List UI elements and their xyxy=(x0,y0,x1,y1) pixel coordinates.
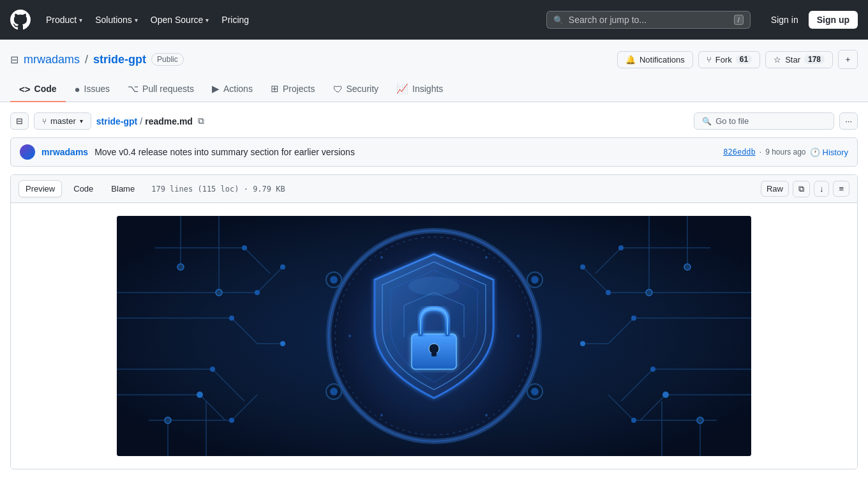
svg-point-81 xyxy=(485,414,488,416)
tab-code[interactable]: Code xyxy=(67,181,100,197)
hero-svg xyxy=(117,216,751,456)
tab-insights[interactable]: 📈 Insights xyxy=(387,77,452,102)
svg-point-55 xyxy=(684,264,691,270)
svg-point-41 xyxy=(650,367,655,372)
svg-point-44 xyxy=(662,392,669,398)
sign-in-button[interactable]: Sign in xyxy=(766,11,804,28)
svg-point-32 xyxy=(606,290,611,295)
notifications-button[interactable]: 🔔 Notifications xyxy=(617,51,693,68)
chevron-down-icon: ▾ xyxy=(206,17,209,24)
shield-icon: 🛡 xyxy=(333,84,343,95)
svg-point-29 xyxy=(165,417,171,423)
svg-point-79 xyxy=(485,256,488,259)
repo-name-link[interactable]: stride-gpt xyxy=(93,53,146,66)
fork-icon: ⑂ xyxy=(707,55,712,65)
auth-buttons: Sign in Sign up xyxy=(766,11,858,29)
copy-icon: ⧉ xyxy=(798,184,804,194)
copy-raw-button[interactable]: ⧉ xyxy=(793,181,810,197)
sign-up-button[interactable]: Sign up xyxy=(809,11,858,29)
issue-icon: ● xyxy=(75,84,80,95)
commit-author-link[interactable]: mrwadams xyxy=(41,147,88,157)
commit-hash-link[interactable]: 826eddb xyxy=(723,148,756,156)
svg-point-9 xyxy=(229,316,234,321)
svg-point-62 xyxy=(330,276,338,284)
fork-button[interactable]: ⑂ Fork 61 xyxy=(698,51,760,68)
play-icon: ▶ xyxy=(212,83,220,95)
main-content: ⊟ ⑂ master ▾ stride-gpt / readme.md ⧉ 🔍 … xyxy=(0,102,868,480)
repo-actions: 🔔 Notifications ⑂ Fork 61 ☆ Star 178 ＋ xyxy=(617,50,858,69)
tab-code[interactable]: <> Code xyxy=(10,77,66,102)
search-bar[interactable]: 🔍 Search or jump to... / xyxy=(546,11,751,29)
svg-point-22 xyxy=(229,418,234,423)
commit-time: 9 hours ago xyxy=(765,148,805,156)
star-button[interactable]: ☆ Star 178 xyxy=(765,51,833,68)
svg-point-56 xyxy=(646,289,652,296)
table-icon: ⊞ xyxy=(271,83,279,95)
go-to-file-button[interactable]: 🔍 Go to file xyxy=(694,112,834,130)
breadcrumb-filename: readme.md xyxy=(145,116,193,126)
sidebar-toggle-button[interactable]: ⊟ xyxy=(10,112,29,130)
tab-pull-requests[interactable]: ⌥ Pull requests xyxy=(119,77,203,102)
tab-blame[interactable]: Blame xyxy=(105,181,141,197)
sidebar-icon: ⊟ xyxy=(16,116,23,126)
svg-point-33 xyxy=(580,264,585,270)
svg-point-13 xyxy=(210,367,215,372)
file-stats: 179 lines (115 loc) · 9.79 KB xyxy=(151,185,285,194)
search-icon: 🔍 xyxy=(702,117,712,126)
tab-actions[interactable]: ▶ Actions xyxy=(203,77,262,102)
repo-icon: ⊟ xyxy=(10,54,19,66)
svg-point-68 xyxy=(531,388,539,395)
history-icon: 🕐 xyxy=(810,148,820,157)
add-star-button[interactable]: ＋ xyxy=(838,50,858,69)
chevron-down-icon: ▾ xyxy=(135,17,138,24)
list-view-button[interactable]: ≡ xyxy=(833,181,849,197)
search-icon: 🔍 xyxy=(553,15,564,25)
tab-issues[interactable]: ● Issues xyxy=(66,77,119,102)
svg-point-78 xyxy=(380,256,383,259)
hero-image xyxy=(117,216,751,456)
svg-point-10 xyxy=(280,341,285,346)
more-options-button[interactable]: ··· xyxy=(839,112,858,130)
svg-point-5 xyxy=(280,264,285,270)
svg-point-19 xyxy=(242,245,247,250)
repo-owner-link[interactable]: mrwadams xyxy=(24,53,80,66)
nav-solutions[interactable]: Solutions ▾ xyxy=(90,11,143,29)
visibility-badge: Public xyxy=(151,53,184,66)
bell-icon: 🔔 xyxy=(625,55,636,65)
chevron-down-icon: ▾ xyxy=(79,17,82,24)
github-logo[interactable] xyxy=(10,10,31,30)
download-button[interactable]: ↓ xyxy=(814,181,830,197)
svg-point-64 xyxy=(531,276,539,284)
chevron-down-icon: ▾ xyxy=(80,118,83,125)
svg-rect-75 xyxy=(431,349,437,356)
tab-preview[interactable]: Preview xyxy=(19,180,62,197)
svg-point-82 xyxy=(408,277,460,296)
branch-selector[interactable]: ⑂ master ▾ xyxy=(34,112,91,130)
graph-icon: 📈 xyxy=(396,83,408,95)
nav-pricing[interactable]: Pricing xyxy=(216,11,254,29)
svg-point-66 xyxy=(330,388,338,395)
svg-point-80 xyxy=(380,414,383,416)
tab-security[interactable]: 🛡 Security xyxy=(324,77,388,102)
svg-point-4 xyxy=(255,290,260,295)
svg-point-27 xyxy=(177,264,184,270)
repo-tabs: <> Code ● Issues ⌥ Pull requests ▶ Actio… xyxy=(10,77,858,102)
svg-point-77 xyxy=(517,335,520,337)
nav-product[interactable]: Product ▾ xyxy=(41,11,87,29)
file-view: Preview Code Blame 179 lines (115 loc) ·… xyxy=(10,174,858,469)
tab-projects[interactable]: ⊞ Projects xyxy=(262,77,324,102)
code-icon: <> xyxy=(19,84,31,95)
list-icon: ≡ xyxy=(839,184,844,194)
raw-button[interactable]: Raw xyxy=(761,181,789,197)
breadcrumb: stride-gpt / readme.md ⧉ xyxy=(96,114,207,128)
branch-icon: ⑂ xyxy=(42,117,47,126)
copy-path-button[interactable]: ⧉ xyxy=(195,114,207,128)
pull-request-icon: ⌥ xyxy=(128,83,138,95)
history-link[interactable]: 🕐 History xyxy=(810,148,848,157)
nav-open-source[interactable]: Open Source ▾ xyxy=(146,11,214,29)
breadcrumb-repo-link[interactable]: stride-gpt xyxy=(96,116,138,126)
svg-point-47 xyxy=(618,245,624,250)
download-icon: ↓ xyxy=(819,184,824,194)
repo-header: ⊟ mrwadams / stride-gpt Public 🔔 Notific… xyxy=(0,40,868,102)
svg-point-28 xyxy=(216,289,222,296)
